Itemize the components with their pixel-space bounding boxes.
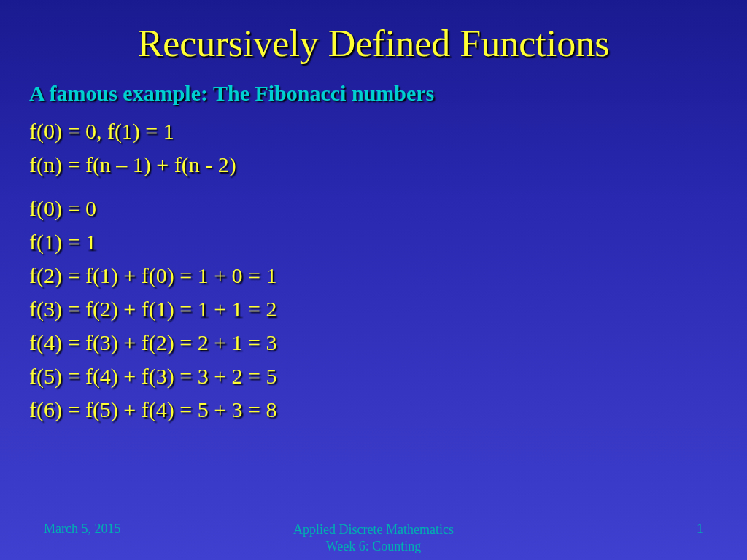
definition-recursive: f(n) = f(n – 1) + f(n - 2) xyxy=(29,152,718,177)
sequence-line: f(5) = f(4) + f(3) = 3 + 2 = 5 xyxy=(29,364,718,389)
sequence-line: f(0) = 0 xyxy=(29,196,718,221)
slide: Recursively Defined Functions A famous e… xyxy=(0,0,747,560)
footer-course: Applied Discrete Mathematics Week 6: Cou… xyxy=(293,521,454,554)
footer: March 5, 2015 Applied Discrete Mathemati… xyxy=(0,521,747,554)
footer-date: March 5, 2015 xyxy=(44,521,153,537)
footer-page: 1 xyxy=(594,521,703,537)
footer-course-line1: Applied Discrete Mathematics xyxy=(293,521,454,538)
sequence-line: f(4) = f(3) + f(2) = 2 + 1 = 3 xyxy=(29,330,718,355)
definition-base: f(0) = 0, f(1) = 1 xyxy=(29,119,718,144)
sequence-line: f(6) = f(5) + f(4) = 5 + 3 = 8 xyxy=(29,397,718,422)
sequence-line: f(3) = f(2) + f(1) = 1 + 1 = 2 xyxy=(29,297,718,322)
sequence-line: f(2) = f(1) + f(0) = 1 + 0 = 1 xyxy=(29,263,718,288)
slide-subtitle: A famous example: The Fibonacci numbers xyxy=(29,81,718,106)
footer-course-line2: Week 6: Counting xyxy=(293,538,454,555)
spacer xyxy=(29,186,718,196)
sequence-line: f(1) = 1 xyxy=(29,230,718,254)
slide-title: Recursively Defined Functions xyxy=(29,22,718,65)
